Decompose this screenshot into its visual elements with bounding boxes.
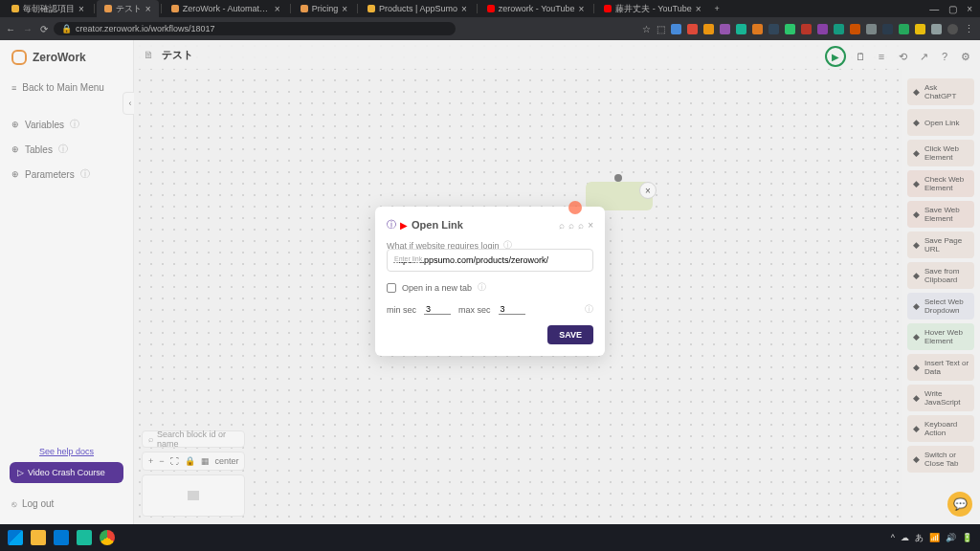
action-block-switch-or-close-tab[interactable]: ◆Switch or Close Tab — [907, 446, 974, 473]
close-icon[interactable]: × — [78, 4, 84, 14]
video-crash-course-button[interactable]: ▷Video Crash Course — [10, 462, 123, 483]
min-sec-input[interactable] — [424, 304, 451, 315]
action-block-hover-web-element[interactable]: ◆Hover Web Element — [907, 323, 974, 350]
settings-icon[interactable]: ⚙ — [959, 51, 972, 63]
extension-icon[interactable] — [801, 24, 812, 34]
save-button[interactable]: SAVE — [547, 325, 593, 344]
browser-tab-0[interactable]: 毎朝確認項目× — [4, 0, 92, 17]
close-icon[interactable]: × — [579, 4, 585, 14]
search-action-icon[interactable]: ⌕ — [568, 220, 574, 231]
search-action-icon[interactable]: ⌕ — [578, 220, 584, 231]
explorer-icon[interactable] — [31, 530, 46, 545]
browser-tab-5[interactable]: zerowork - YouTube× — [479, 0, 592, 17]
nav-parameters[interactable]: ⊕Parametersⓘ — [0, 162, 133, 187]
browser-tab-1[interactable]: テスト× — [97, 0, 159, 17]
nav-variables[interactable]: ⊕Variablesⓘ — [0, 112, 133, 137]
tray-battery-icon[interactable]: 🔋 — [962, 533, 972, 542]
close-icon[interactable]: × — [696, 4, 702, 14]
extension-icon[interactable] — [752, 24, 763, 34]
action-block-save-from-clipboard[interactable]: ◆Save from Clipboard — [907, 262, 974, 289]
zoom-in-button[interactable]: + — [148, 456, 153, 466]
action-block-select-web-dropdown[interactable]: ◆Select Web Dropdown — [907, 293, 974, 320]
tray-cloud-icon[interactable]: ☁ — [901, 533, 909, 542]
new-tab-button[interactable]: + — [709, 4, 725, 13]
window-close[interactable]: × — [967, 4, 972, 14]
extension-icon[interactable] — [931, 24, 942, 34]
share-icon[interactable]: ⬚ — [657, 24, 665, 34]
close-icon[interactable]: × — [461, 4, 467, 14]
extension-icon[interactable] — [768, 24, 779, 34]
action-block-open-link[interactable]: ◆Open Link — [907, 109, 974, 136]
minimap[interactable] — [142, 474, 245, 517]
window-maximize[interactable]: ▢ — [948, 4, 957, 14]
close-icon[interactable]: × — [145, 4, 151, 14]
help-docs-link[interactable]: See help docs — [0, 447, 133, 456]
tray-volume-icon[interactable]: 🔊 — [946, 533, 956, 542]
menu-icon[interactable]: ⋮ — [964, 23, 974, 35]
fit-button[interactable]: ⛶ — [170, 456, 179, 466]
extension-icon[interactable] — [866, 24, 877, 34]
close-icon[interactable]: × — [275, 4, 280, 14]
run-workflow-button[interactable]: ▶ — [825, 46, 846, 67]
extension-icon[interactable] — [736, 24, 746, 34]
action-block-keyboard-action[interactable]: ◆Keyboard Action — [907, 415, 974, 442]
tray-chevron-icon[interactable]: ^ — [891, 533, 895, 542]
info-icon[interactable]: ⓘ — [387, 218, 396, 231]
youtube-icon[interactable]: ▶ — [400, 220, 408, 231]
extension-icon[interactable] — [882, 24, 893, 34]
node-connector[interactable] — [614, 174, 622, 182]
nav-back-main[interactable]: ≡ Back to Main Menu — [0, 77, 133, 99]
search-action-icon[interactable]: ⌕ — [559, 220, 565, 231]
note-icon[interactable]: 🗒 — [854, 51, 867, 62]
vscode-icon[interactable] — [54, 530, 69, 545]
system-tray[interactable]: ^ ☁ あ 📶 🔊 🔋 — [891, 532, 972, 544]
extension-icon[interactable] — [671, 24, 681, 34]
block-search[interactable]: ⌕ Search block id or name — [142, 430, 245, 448]
profile-avatar[interactable] — [947, 24, 958, 34]
extension-icon[interactable] — [899, 24, 909, 34]
action-block-save-page-url[interactable]: ◆Save Page URL — [907, 231, 974, 258]
extension-icon[interactable] — [817, 24, 828, 34]
action-block-click-web-element[interactable]: ◆Click Web Element — [907, 140, 974, 166]
window-minimize[interactable]: — — [929, 4, 939, 14]
tray-ime-icon[interactable]: あ — [915, 532, 924, 544]
browser-tab-4[interactable]: Products | AppSumo× — [360, 0, 475, 17]
center-button[interactable]: center — [215, 456, 239, 466]
url-input[interactable]: 🔒 creator.zerowork.io/workflows/18017 — [54, 22, 456, 35]
extension-icon[interactable] — [720, 24, 730, 34]
action-block-check-web-element[interactable]: ◆Check Web Element — [907, 170, 974, 197]
new-tab-checkbox[interactable] — [387, 283, 396, 293]
action-block-write-javascript[interactable]: ◆Write JavaScript — [907, 385, 974, 411]
close-icon[interactable]: × — [342, 4, 347, 14]
chat-fab[interactable]: 💬 — [947, 492, 972, 517]
help-icon[interactable]: ? — [938, 51, 951, 62]
extension-icon[interactable] — [687, 24, 698, 34]
chrome-icon[interactable] — [100, 530, 115, 545]
browser-tab-6[interactable]: 藤井丈夫 - YouTube× — [596, 0, 708, 17]
browser-tab-3[interactable]: Pricing× — [293, 0, 355, 17]
action-block-save-web-element[interactable]: ◆Save Web Element — [907, 201, 974, 228]
extension-icon[interactable] — [915, 24, 925, 34]
max-sec-input[interactable] — [499, 304, 525, 315]
translate-icon[interactable]: ☆ — [642, 24, 651, 34]
grid-button[interactable]: ▦ — [201, 456, 210, 466]
list-icon[interactable]: ≡ — [875, 51, 888, 62]
nav-reload-icon[interactable]: ⟳ — [40, 24, 48, 34]
action-block-ask-chatgpt[interactable]: ◆Ask ChatGPT — [907, 78, 974, 105]
node-delete-button[interactable]: × — [639, 182, 657, 199]
extension-icon[interactable] — [703, 24, 714, 34]
zoom-out-button[interactable]: − — [159, 456, 164, 466]
logout-button[interactable]: ⎋Log out — [0, 493, 133, 515]
nav-back-icon[interactable]: ← — [6, 24, 15, 34]
app-icon[interactable] — [77, 530, 92, 545]
tray-wifi-icon[interactable]: 📶 — [929, 533, 940, 542]
extension-icon[interactable] — [785, 24, 795, 34]
brand[interactable]: ZeroWork — [0, 50, 133, 77]
history-icon[interactable]: ⟲ — [896, 51, 909, 63]
workflow-title[interactable]: テスト — [162, 48, 193, 62]
nav-tables[interactable]: ⊕Tablesⓘ — [0, 137, 133, 162]
action-block-insert-text-or-data[interactable]: ◆Insert Text or Data — [907, 354, 974, 381]
browser-tab-2[interactable]: ZeroWork - Automate repetiti…× — [164, 0, 288, 17]
modal-close-button[interactable]: × — [588, 220, 593, 231]
extension-icon[interactable] — [850, 24, 860, 34]
